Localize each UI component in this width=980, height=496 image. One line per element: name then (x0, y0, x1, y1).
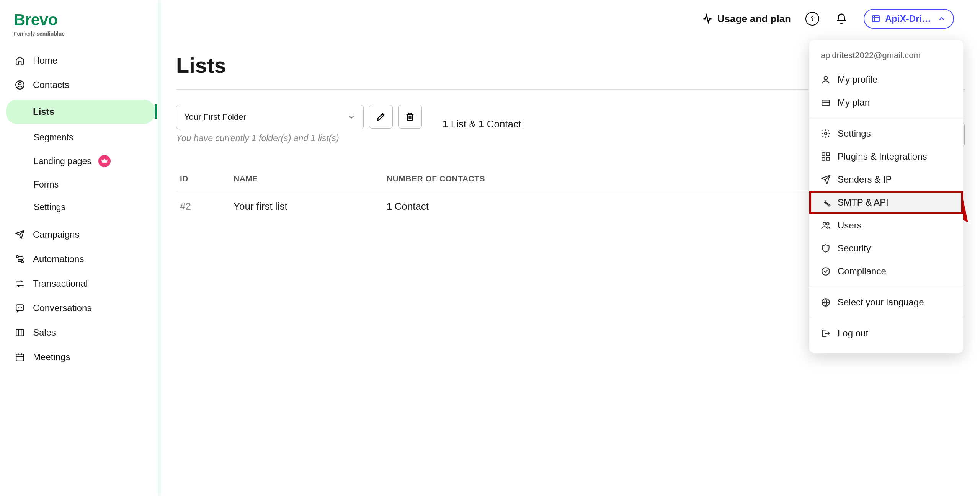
sidebar-item-label: Contacts (33, 80, 69, 90)
trash-icon (405, 111, 415, 122)
card-icon (821, 98, 831, 108)
edit-folder-button[interactable] (369, 105, 393, 129)
topbar: Usage and plan ApiX-Dri… (176, 0, 965, 38)
svg-point-7 (812, 20, 812, 21)
dropdown-item-security[interactable]: Security (809, 237, 963, 260)
svg-rect-6 (16, 354, 24, 361)
dropdown-item-compliance[interactable]: Compliance (809, 260, 963, 283)
logo-subline: Formerly sendinblue (14, 31, 147, 37)
dropdown-item-label: Users (838, 220, 862, 231)
dropdown-item-settings[interactable]: Settings (809, 122, 963, 145)
arrows-icon (15, 278, 25, 289)
sidebar-item-meetings[interactable]: Meetings (6, 345, 155, 369)
usage-label: Usage and plan (717, 13, 791, 25)
sidebar-item-label: Campaigns (33, 229, 79, 240)
sidebar-item-label: Transactional (33, 278, 88, 289)
logout-icon (821, 328, 831, 338)
chat-icon (15, 303, 25, 313)
logo-text: Brevo (14, 11, 147, 29)
sidebar-item-label: Meetings (33, 352, 70, 362)
folder-selected-label: Your First Folder (184, 112, 246, 122)
svg-point-16 (823, 222, 826, 225)
delete-folder-button[interactable] (398, 105, 422, 129)
notifications-button[interactable] (834, 11, 849, 26)
svg-rect-15 (826, 157, 830, 160)
send-icon (15, 229, 25, 240)
sidebar-item-label: Forms (34, 179, 59, 190)
sidebar-item-label: Landing pages (34, 156, 91, 166)
person-circle-icon (15, 80, 25, 90)
svg-point-9 (824, 76, 828, 80)
dropdown-item-label: My plan (838, 97, 870, 108)
sidebar-item-campaigns[interactable]: Campaigns (6, 222, 155, 247)
dropdown-item-language[interactable]: Select your language (809, 291, 963, 314)
help-button[interactable] (805, 12, 819, 26)
svg-rect-5 (16, 329, 24, 336)
dropdown-separator (809, 287, 963, 287)
automation-icon (15, 254, 25, 264)
chevron-up-icon (937, 14, 946, 23)
sidebar-item-transactional[interactable]: Transactional (6, 271, 155, 296)
sidebar-item-label: Segments (34, 132, 74, 143)
sidebar-item-label: Lists (33, 106, 54, 117)
send-icon (821, 175, 831, 184)
logo-block: Brevo Formerly sendinblue (6, 8, 155, 48)
users-icon (821, 220, 831, 230)
svg-rect-14 (822, 157, 825, 160)
calendar-icon (15, 352, 25, 362)
dropdown-item-logout[interactable]: Log out (809, 322, 963, 345)
dropdown-item-label: Compliance (838, 266, 886, 277)
svg-rect-13 (826, 153, 830, 156)
account-menu-button[interactable]: ApiX-Dri… (864, 9, 954, 29)
sidebar-item-label: Sales (33, 327, 56, 338)
folder-subtext: You have currently 1 folder(s) and 1 lis… (176, 133, 364, 144)
wrench-icon (821, 197, 831, 207)
dropdown-email: apidritest2022@gmail.com (809, 48, 963, 68)
sidebar-item-label: Conversations (33, 303, 91, 313)
main-content: Usage and plan ApiX-Dri… Lists Your Firs… (161, 0, 980, 496)
sidebar-item-label: Settings (34, 202, 65, 212)
check-circle-icon (821, 266, 831, 276)
board-icon (15, 327, 25, 338)
sidebar-item-contacts[interactable]: Contacts (6, 73, 155, 97)
shield-icon (821, 243, 831, 253)
folder-select[interactable]: Your First Folder (176, 105, 364, 129)
dropdown-item-my-plan[interactable]: My plan (809, 91, 963, 114)
account-label: ApiX-Dri… (885, 13, 931, 24)
dropdown-item-label: Log out (838, 328, 868, 339)
svg-rect-12 (822, 153, 825, 156)
sidebar-item-sales[interactable]: Sales (6, 320, 155, 345)
svg-point-18 (822, 268, 830, 275)
table-header-id: ID (180, 174, 234, 183)
sidebar-item-lists[interactable]: . Lists (6, 100, 155, 124)
cell-name: Your first list (234, 201, 387, 212)
svg-point-17 (826, 222, 829, 225)
sidebar-item-automations[interactable]: Automations (6, 247, 155, 271)
gear-icon (821, 129, 831, 139)
sidebar-item-settings[interactable]: Settings (6, 196, 155, 219)
svg-point-3 (21, 261, 23, 263)
cell-id: #2 (180, 201, 234, 212)
dropdown-separator (809, 318, 963, 318)
dropdown-item-label: Senders & IP (838, 174, 892, 185)
svg-rect-8 (872, 16, 879, 22)
dropdown-separator (809, 118, 963, 118)
dropdown-item-label: Plugins & Integrations (838, 151, 927, 162)
dropdown-item-plugins[interactable]: Plugins & Integrations (809, 145, 963, 168)
dropdown-item-smtp-api[interactable]: SMTP & API (809, 191, 963, 214)
dropdown-item-users[interactable]: Users (809, 214, 963, 237)
svg-point-11 (825, 132, 827, 135)
dropdown-item-my-profile[interactable]: My profile (809, 68, 963, 91)
sidebar-item-conversations[interactable]: Conversations (6, 296, 155, 320)
home-icon (15, 55, 25, 66)
sidebar-item-segments[interactable]: Segments (6, 126, 155, 149)
pencil-icon (376, 111, 386, 122)
sidebar-item-home[interactable]: Home (6, 48, 155, 73)
dropdown-item-senders[interactable]: Senders & IP (809, 168, 963, 191)
dropdown-item-label: SMTP & API (838, 197, 889, 208)
usage-and-plan-button[interactable]: Usage and plan (702, 13, 791, 25)
dropdown-item-label: Select your language (838, 297, 924, 308)
sidebar-item-forms[interactable]: Forms (6, 173, 155, 196)
sidebar-item-landing-pages[interactable]: Landing pages (6, 149, 155, 173)
dropdown-item-label: My profile (838, 74, 877, 85)
